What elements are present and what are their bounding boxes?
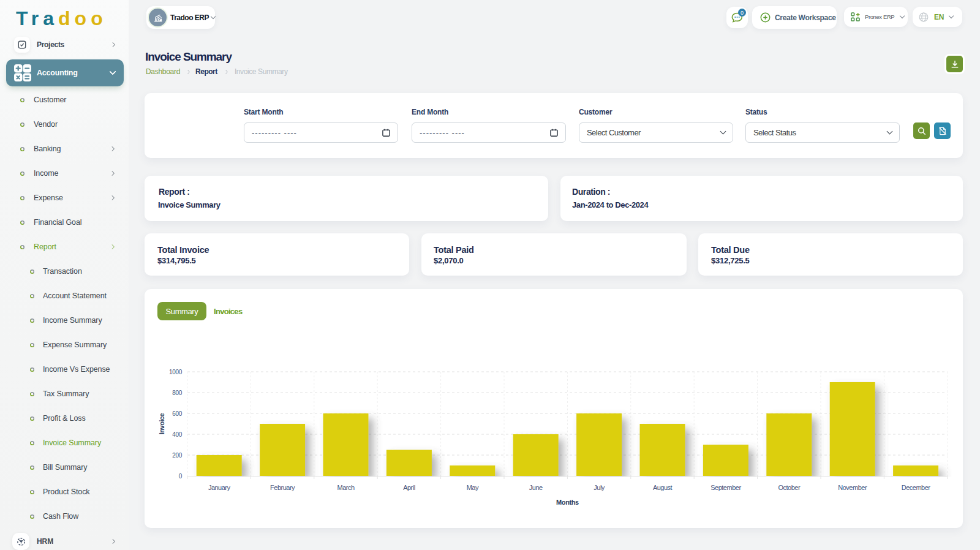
svg-text:400: 400 xyxy=(172,431,183,438)
svg-text:October: October xyxy=(778,484,800,491)
svg-text:April: April xyxy=(403,484,415,491)
svg-text:1000: 1000 xyxy=(169,369,183,375)
svg-text:December: December xyxy=(902,484,931,491)
svg-text:September: September xyxy=(710,484,741,491)
svg-text:May: May xyxy=(467,484,479,491)
svg-text:August: August xyxy=(653,484,673,491)
svg-text:Invoice: Invoice xyxy=(158,413,165,434)
svg-text:November: November xyxy=(838,484,867,491)
svg-text:July: July xyxy=(594,484,605,491)
svg-text:June: June xyxy=(529,484,543,491)
svg-text:Months: Months xyxy=(556,499,579,506)
svg-text:February: February xyxy=(270,484,295,491)
svg-text:0: 0 xyxy=(179,473,183,480)
svg-text:800: 800 xyxy=(172,390,183,396)
svg-text:600: 600 xyxy=(172,410,183,417)
svg-text:March: March xyxy=(337,484,354,491)
svg-text:200: 200 xyxy=(172,452,183,459)
svg-text:January: January xyxy=(208,484,231,491)
